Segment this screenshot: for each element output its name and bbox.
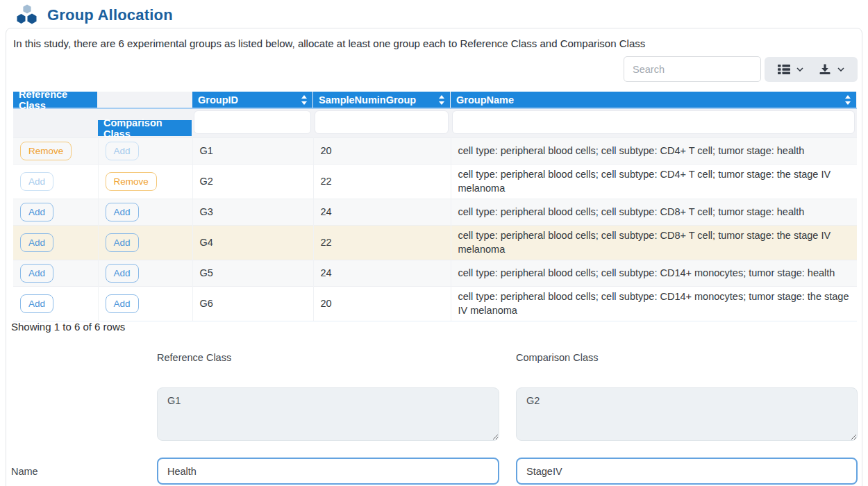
reference-class-header: Reference Class <box>13 92 97 108</box>
columns-dropdown-button[interactable] <box>770 57 811 82</box>
comparison-add-button[interactable]: Add <box>106 203 139 221</box>
table-header-row-top: Reference Class GroupID SampleNuminGroup… <box>13 92 857 108</box>
group-name-cell: cell type: peripheral blood cells; cell … <box>451 199 857 226</box>
comparison-class-form-label: Comparison Class <box>516 352 598 363</box>
table-row: AddAddG620cell type: peripheral blood ce… <box>13 287 857 321</box>
name-label: Name <box>11 466 38 477</box>
groupid-filter-input[interactable] <box>194 110 311 134</box>
sample-num-cell: 20 <box>313 138 451 165</box>
content-card: In this study, there are 6 experimental … <box>6 28 862 486</box>
reference-class-form-label: Reference Class <box>157 352 231 363</box>
table-toolbar-button-group <box>765 57 858 82</box>
group-name-cell: cell type: peripheral blood cells; cell … <box>451 287 857 321</box>
group-id-cell: G5 <box>192 260 313 287</box>
app-logo-hexagons-icon <box>15 4 39 26</box>
comparison-class-header: Comparison Class <box>98 120 192 136</box>
download-icon <box>819 64 831 75</box>
reference-remove-button[interactable]: Remove <box>20 142 72 160</box>
group-id-cell: G6 <box>192 287 313 321</box>
app-header: Group Allocation <box>0 0 868 26</box>
pagination-summary: Showing 1 to 6 of 6 rows <box>11 321 125 333</box>
table-header-row-bottom: Comparison Class <box>13 108 857 138</box>
comparison-add-button[interactable]: Add <box>106 264 139 283</box>
sample-num-cell: 22 <box>313 165 451 199</box>
comparison-remove-button[interactable]: Remove <box>106 172 157 191</box>
table-row: AddAddG324cell type: peripheral blood ce… <box>13 199 857 226</box>
reference-add-button[interactable]: Add <box>20 203 53 221</box>
sample-num-cell: 20 <box>313 287 451 321</box>
group-id-cell: G1 <box>192 138 313 165</box>
reference-add-button[interactable]: Add <box>20 264 53 283</box>
groupname-filter-input[interactable] <box>452 110 855 134</box>
reference-add-button[interactable]: Add <box>20 233 53 252</box>
sort-icon[interactable] <box>439 95 444 105</box>
chevron-down-icon <box>796 67 803 72</box>
sort-icon[interactable] <box>301 95 307 105</box>
sort-icon[interactable] <box>845 95 851 105</box>
sample-num-cell: 24 <box>313 260 451 287</box>
group-name-cell: cell type: peripheral blood cells; cell … <box>451 138 857 165</box>
study-description: In this study, there are 6 experimental … <box>13 37 645 49</box>
samplenum-filter-input[interactable] <box>315 110 449 134</box>
sample-num-cell: 24 <box>313 199 451 226</box>
table-row: AddAddG422cell type: peripheral blood ce… <box>13 226 857 260</box>
reference-add-button[interactable]: Add <box>20 172 53 191</box>
groupid-header[interactable]: GroupID <box>192 92 312 108</box>
chevron-down-icon <box>837 67 844 72</box>
group-id-cell: G3 <box>192 199 313 226</box>
groupname-header[interactable]: GroupName <box>451 92 856 108</box>
samplenum-header[interactable]: SampleNuminGroup <box>313 92 450 108</box>
sample-num-cell: 22 <box>313 226 451 260</box>
reference-add-button[interactable]: Add <box>20 294 53 313</box>
table-row: RemoveAddG120cell type: peripheral blood… <box>13 138 857 165</box>
comparison-class-textarea[interactable]: G2 <box>516 387 858 441</box>
comparison-name-input[interactable] <box>516 458 858 485</box>
comparison-add-button[interactable]: Add <box>106 294 139 313</box>
comparison-add-button[interactable]: Add <box>106 142 139 160</box>
comparison-add-button[interactable]: Add <box>106 233 139 252</box>
table-row: AddAddG524cell type: peripheral blood ce… <box>13 260 857 287</box>
th-list-icon <box>778 64 790 75</box>
page-title: Group Allocation <box>47 6 173 24</box>
group-name-cell: cell type: peripheral blood cells; cell … <box>451 165 857 199</box>
export-dropdown-button[interactable] <box>811 57 852 82</box>
groups-table: Reference Class GroupID SampleNuminGroup… <box>13 92 857 321</box>
group-name-cell: cell type: peripheral blood cells; cell … <box>451 260 857 287</box>
table-row: AddRemoveG222cell type: peripheral blood… <box>13 165 857 199</box>
reference-class-textarea[interactable]: G1 <box>157 387 499 441</box>
group-id-cell: G2 <box>192 165 313 199</box>
group-name-cell: cell type: peripheral blood cells; cell … <box>451 226 857 260</box>
reference-name-input[interactable] <box>157 458 499 485</box>
search-input[interactable] <box>624 56 761 82</box>
group-id-cell: G4 <box>192 226 313 260</box>
